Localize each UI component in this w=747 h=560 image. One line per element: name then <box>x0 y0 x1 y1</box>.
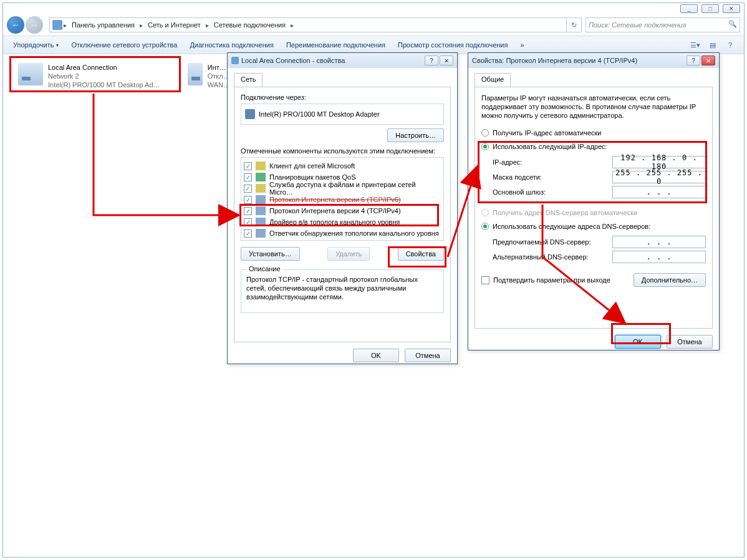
window-system-buttons: _ □ ✕ <box>680 4 740 13</box>
component-file-share[interactable]: ✓Служба доступа к файлам и принтерам сет… <box>244 183 441 194</box>
crumb-network[interactable]: Сеть и Интернет <box>144 18 205 32</box>
dns-primary-input[interactable]: . . . <box>612 236 706 248</box>
configure-button[interactable]: Настроить… <box>387 128 444 142</box>
dialog-close-button[interactable]: ✕ <box>701 56 715 65</box>
nav-bar: ← → ▸ Панель управления ▸ Сеть и Интерне… <box>3 14 744 36</box>
crumb-sep-icon: ▸ <box>289 22 295 29</box>
cancel-button[interactable]: Отмена <box>405 349 451 362</box>
dns-primary-label: Предпочитаемый DNS-сервер: <box>493 238 590 246</box>
component-lldp-driver[interactable]: ✓Драйвер в/в тополога канального уровня <box>244 216 441 228</box>
network-adapter-icon <box>18 63 43 85</box>
toolbar: Упорядочить ▾ Отключение сетевого устрой… <box>3 36 744 54</box>
dns-secondary-label: Альтернативный DNS-сервер: <box>493 253 589 261</box>
remove-button[interactable]: Удалить <box>327 247 370 261</box>
connection-item-internet[interactable]: Инт… Откл… WAN… <box>184 60 234 92</box>
dialog-ipv4-properties: Свойства: Протокол Интернета версии 4 (T… <box>468 52 720 350</box>
radio-auto-ip[interactable]: Получить IP-адрес автоматически <box>481 127 706 138</box>
checkbox-icon[interactable]: ✓ <box>244 229 252 238</box>
components-label: Отмеченные компоненты используются этим … <box>241 147 444 155</box>
rename-connection[interactable]: Переименование подключения <box>282 37 389 52</box>
minimize-button[interactable]: _ <box>680 4 698 13</box>
subnet-mask-label: Маска подсети: <box>493 173 542 181</box>
radio-label: Использовать следующий IP-адрес: <box>493 143 607 150</box>
advanced-button[interactable]: Дополнительно… <box>634 273 706 287</box>
back-button[interactable]: ← <box>7 16 24 34</box>
search-placeholder: Поиск: Сетевые подключения <box>589 21 687 29</box>
ok-button[interactable]: OK <box>615 335 661 349</box>
checkbox-label: Подтвердить параметры при выходе <box>493 276 610 284</box>
dialog-help-button[interactable]: ? <box>687 56 700 65</box>
radio-label: Использовать следующие адреса DNS-сервер… <box>493 223 650 230</box>
search-icon: 🔍 <box>728 20 737 28</box>
maximize-button[interactable]: □ <box>701 4 719 13</box>
component-icon <box>256 173 266 181</box>
component-client[interactable]: ✓Клиент для сетей Microsoft <box>244 160 441 171</box>
gateway-label: Основной шлюз: <box>493 188 546 196</box>
dns-secondary-input[interactable]: . . . <box>612 251 706 263</box>
forward-button[interactable]: → <box>26 16 43 34</box>
checkbox-icon[interactable]: ✓ <box>244 162 252 170</box>
organize-menu[interactable]: Упорядочить ▾ <box>9 37 62 52</box>
description-text: Протокол TCP/IP - стандартный протокол г… <box>246 275 438 301</box>
component-lldp-responder[interactable]: ✓Ответчик обнаружения топологии канально… <box>244 228 441 239</box>
component-tcpip4[interactable]: ✓Протокол Интернета версии 4 (TCP/IPv4) <box>244 205 441 216</box>
dialog-lac-properties: Local Area Connection - свойства ? ✕ Сет… <box>227 52 458 364</box>
component-icon <box>256 218 266 226</box>
dialog-icon <box>231 57 239 64</box>
dialog-title-text: Свойства: Протокол Интернета версии 4 (T… <box>472 57 687 64</box>
help-button[interactable]: ? <box>723 38 738 52</box>
refresh-button[interactable]: ↻ <box>567 17 582 32</box>
checkbox-icon[interactable]: ✓ <box>244 196 252 204</box>
radio-icon[interactable] <box>481 223 489 230</box>
ok-button[interactable]: OK <box>353 349 399 362</box>
crumb-cpanel[interactable]: Панель управления <box>68 18 138 32</box>
dialog-titlebar[interactable]: Local Area Connection - свойства ? ✕ <box>228 53 457 68</box>
checkbox-icon[interactable]: ✓ <box>244 218 252 226</box>
cancel-button[interactable]: Отмена <box>667 335 713 349</box>
view-status[interactable]: Просмотр состояния подключения <box>394 37 511 52</box>
crumb-sep-icon: ▸ <box>62 22 68 29</box>
checkbox-icon[interactable]: ✓ <box>244 207 252 215</box>
confirm-on-exit-checkbox[interactable]: ✓ Подтвердить параметры при выходе <box>481 274 610 286</box>
connect-via-label: Подключение через: <box>241 94 444 101</box>
radio-auto-dns: Получить адрес DNS-сервера автоматически <box>481 207 706 218</box>
connection-item-lac[interactable]: Local Area Connection Network 2 Intel(R)… <box>14 60 170 92</box>
component-label: Ответчик обнаружения топологии канальног… <box>269 229 439 237</box>
radio-icon[interactable] <box>481 129 489 137</box>
disable-device[interactable]: Отключение сетевого устройства <box>67 37 181 52</box>
radio-icon[interactable] <box>481 143 489 150</box>
toolbar-overflow[interactable]: » <box>516 37 528 52</box>
diagnose-connection[interactable]: Диагностика подключения <box>186 37 277 52</box>
preview-pane-button[interactable]: ▤ <box>705 38 720 52</box>
close-button[interactable]: ✕ <box>723 4 740 13</box>
radio-label: Получить IP-адрес автоматически <box>493 129 601 137</box>
subnet-mask-input[interactable]: 255 . 255 . 255 . 0 <box>612 171 706 183</box>
nav-icon <box>52 20 62 30</box>
checkbox-icon[interactable]: ✓ <box>244 173 252 181</box>
ip-address-input[interactable]: 192 . 168 . 0 . 180 <box>612 156 706 168</box>
install-button[interactable]: Установить… <box>241 247 300 261</box>
search-input[interactable]: Поиск: Сетевые подключения 🔍 <box>586 17 740 32</box>
checkbox-icon[interactable]: ✓ <box>481 276 489 284</box>
crumb-connections[interactable]: Сетевые подключения <box>210 18 289 32</box>
tab-general[interactable]: Общие <box>475 73 511 87</box>
ip-address-label: IP-адрес: <box>493 158 522 166</box>
view-options-button[interactable]: ☰▾ <box>688 38 703 52</box>
organize-label: Упорядочить <box>13 41 54 49</box>
dialog-close-button[interactable]: ✕ <box>440 56 453 65</box>
checkbox-icon[interactable]: ✓ <box>244 185 252 193</box>
gateway-input[interactable]: . . . <box>612 186 706 198</box>
component-icon <box>256 195 266 204</box>
breadcrumb[interactable]: ▸ Панель управления ▸ Сеть и Интернет ▸ … <box>49 17 567 32</box>
radio-manual-ip[interactable]: Использовать следующий IP-адрес: <box>481 141 706 152</box>
component-label: Клиент для сетей Microsoft <box>269 162 355 170</box>
tab-network[interactable]: Сеть <box>234 73 263 87</box>
dialog-titlebar[interactable]: Свойства: Протокол Интернета версии 4 (T… <box>468 53 719 68</box>
component-icon <box>256 162 266 170</box>
radio-manual-dns[interactable]: Использовать следующие адреса DNS-сервер… <box>481 221 706 232</box>
properties-button[interactable]: Свойства <box>398 247 444 261</box>
crumb-sep-icon: ▸ <box>205 22 210 29</box>
connection-network: Network 2 <box>48 72 160 80</box>
dialog-help-button[interactable]: ? <box>425 56 438 65</box>
connection-adapter: Intel(R) PRO/1000 MT Desktop Ad… <box>48 80 160 89</box>
